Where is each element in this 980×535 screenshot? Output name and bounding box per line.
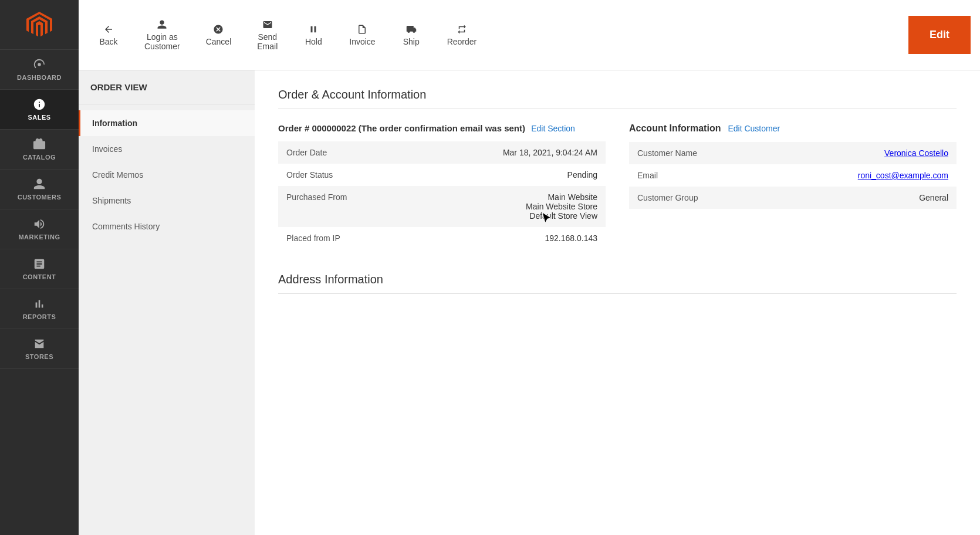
- customer-name-label: Customer Name: [629, 142, 766, 164]
- sidebar: DASHBOARD SALES CATALOG CUSTOMERS MARKET…: [0, 0, 79, 535]
- reports-icon: [33, 297, 46, 310]
- sidebar-item-credit-memos[interactable]: Credit Memos: [79, 162, 255, 188]
- catalog-icon: [33, 138, 46, 151]
- sidebar-item-customers[interactable]: CUSTOMERS: [0, 170, 79, 209]
- sidebar-item-catalog[interactable]: CATALOG: [0, 130, 79, 170]
- table-row: Purchased From Main Website Main Website…: [278, 186, 606, 227]
- account-header: Account Information Edit Customer: [629, 123, 957, 134]
- order-status-value: Pending: [413, 164, 606, 186]
- sidebar-item-reports[interactable]: REPORTS: [0, 289, 79, 329]
- account-info-col: Account Information Edit Customer Custom…: [629, 123, 957, 249]
- cancel-button[interactable]: Cancel: [195, 18, 242, 52]
- sales-icon: [33, 98, 46, 111]
- sidebar-item-comments-history[interactable]: Comments History: [79, 214, 255, 239]
- order-info-col: Order # 000000022 (The order confirmatio…: [278, 123, 606, 249]
- customer-group-label: Customer Group: [629, 187, 766, 209]
- table-row: Customer Name Veronica Costello: [629, 142, 957, 164]
- customer-name-value: Veronica Costello: [766, 142, 957, 164]
- table-row: Order Status Pending: [278, 164, 606, 186]
- ship-button[interactable]: Ship: [391, 18, 432, 52]
- email-value: roni_cost@example.com: [766, 164, 957, 187]
- sidebar-item-content[interactable]: CONTENT: [0, 249, 79, 289]
- main-content: Back Login as Customer Cancel Send Email: [79, 0, 980, 535]
- order-status-label: Order Status: [278, 164, 413, 186]
- order-date-label: Order Date: [278, 141, 413, 164]
- customers-icon: [33, 178, 46, 191]
- reorder-icon: [457, 24, 467, 35]
- table-row: Placed from IP 192.168.0.143: [278, 227, 606, 249]
- magento-logo-icon: [24, 9, 55, 40]
- customer-name-link[interactable]: Veronica Costello: [884, 148, 948, 158]
- sidebar-item-marketing[interactable]: MARKETING: [0, 209, 79, 249]
- marketing-icon: [33, 218, 46, 231]
- account-info-table: Customer Name Veronica Costello Email ro…: [629, 142, 957, 209]
- placed-from-ip-value: 192.168.0.143: [413, 227, 606, 249]
- invoice-button[interactable]: Invoice: [339, 18, 386, 52]
- login-icon: [157, 19, 167, 30]
- sidebar-item-stores[interactable]: STORES: [0, 329, 79, 369]
- send-email-button[interactable]: Send Email: [246, 13, 288, 57]
- email-link[interactable]: roni_cost@example.com: [858, 171, 948, 180]
- table-row: Customer Group General: [629, 187, 957, 209]
- content-area: ORDER VIEW Information Invoices Credit M…: [79, 70, 980, 535]
- placed-from-ip-label: Placed from IP: [278, 227, 413, 249]
- order-view-title: ORDER VIEW: [79, 82, 255, 104]
- sidebar-item-sales[interactable]: SALES: [0, 90, 79, 130]
- invoice-icon: [357, 24, 367, 35]
- dashboard-icon: [33, 58, 46, 71]
- two-col-section: Order # 000000022 (The order confirmatio…: [278, 123, 957, 249]
- sidebar-item-invoices[interactable]: Invoices: [79, 136, 255, 162]
- order-heading: Order # 000000022 (The order confirmatio…: [278, 123, 606, 133]
- svg-point-0: [38, 63, 41, 66]
- cancel-icon: [213, 24, 224, 35]
- back-button[interactable]: Back: [88, 18, 129, 52]
- edit-customer-link[interactable]: Edit Customer: [728, 124, 780, 133]
- account-info-title: Account Information: [629, 123, 721, 134]
- back-arrow-icon: [103, 24, 114, 35]
- login-as-customer-button[interactable]: Login as Customer: [134, 13, 191, 57]
- order-info-table: Order Date Mar 18, 2021, 9:04:24 AM Orde…: [278, 141, 606, 249]
- order-account-information-title: Order & Account Information: [278, 88, 957, 109]
- sidebar-item-shipments[interactable]: Shipments: [79, 188, 255, 214]
- address-information-title: Address Information: [278, 273, 957, 294]
- customer-group-value: General: [766, 187, 957, 209]
- left-panel: ORDER VIEW Information Invoices Credit M…: [79, 70, 255, 535]
- email-label: Email: [629, 164, 766, 187]
- edit-button[interactable]: Edit: [908, 16, 971, 54]
- sidebar-logo: [0, 0, 79, 50]
- table-row: Email roni_cost@example.com: [629, 164, 957, 187]
- email-icon: [262, 19, 273, 30]
- order-date-value: Mar 18, 2021, 9:04:24 AM: [413, 141, 606, 164]
- edit-section-link[interactable]: Edit Section: [531, 124, 575, 133]
- toolbar: Back Login as Customer Cancel Send Email: [79, 0, 980, 70]
- hold-icon: [308, 24, 319, 35]
- content-icon: [33, 258, 46, 270]
- reorder-button[interactable]: Reorder: [437, 18, 488, 52]
- sidebar-item-dashboard[interactable]: DASHBOARD: [0, 50, 79, 90]
- purchased-from-value: Main Website Main Website Store Default …: [413, 186, 606, 227]
- purchased-from-label: Purchased From: [278, 186, 413, 227]
- right-panel: Order & Account Information Order # 0000…: [255, 70, 980, 535]
- hold-button[interactable]: Hold: [293, 18, 334, 52]
- stores-icon: [33, 337, 46, 350]
- table-row: Order Date Mar 18, 2021, 9:04:24 AM: [278, 141, 606, 164]
- ship-icon: [406, 24, 417, 35]
- sidebar-item-information[interactable]: Information: [79, 110, 255, 136]
